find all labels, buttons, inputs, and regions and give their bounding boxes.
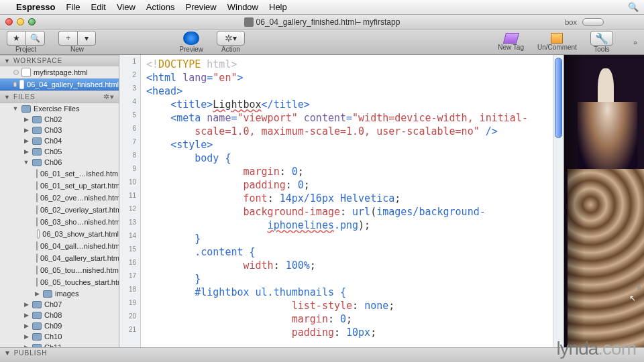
workspace-item[interactable]: myfirstpage.html	[0, 66, 119, 78]
document-proxy-icon[interactable]	[244, 17, 254, 27]
workspace-item[interactable]: 06_04_gallery_finished.html	[0, 78, 119, 90]
disclosure-triangle-icon[interactable]: ▶	[23, 301, 30, 308]
menu-help[interactable]: Help	[269, 2, 287, 12]
watermark-brand: lynda	[556, 338, 598, 359]
disclosure-triangle-icon[interactable]: ▼	[4, 94, 11, 101]
disclosure-triangle-icon[interactable]: ▶	[23, 127, 30, 133]
new-dropdown[interactable]: ▾	[77, 31, 96, 46]
menu-file[interactable]: File	[66, 2, 80, 12]
disclosure-triangle-icon[interactable]: ▶	[34, 290, 40, 297]
line-number: 11	[119, 192, 140, 205]
folder-item[interactable]: ▶Ch05	[0, 146, 119, 157]
disclosure-triangle-icon[interactable]: ▼	[12, 105, 19, 112]
scrollbar-thumb[interactable]	[555, 58, 562, 138]
disclosure-triangle-icon[interactable]: ▶	[23, 333, 30, 340]
code-line: margin: 0;	[146, 312, 547, 326]
line-number: 5	[119, 111, 140, 125]
file-item[interactable]: 06_05_tou…nished.html	[0, 264, 119, 276]
file-icon	[36, 193, 38, 202]
file-item[interactable]: 06_01_set_…ished.html	[0, 168, 119, 180]
disclosure-triangle-icon[interactable]: ▶	[23, 137, 30, 144]
window-close-button[interactable]	[5, 18, 13, 25]
folder-item[interactable]: ▶Ch08	[0, 310, 119, 320]
project-favorites-button[interactable]: ★	[7, 31, 25, 46]
line-number: 7	[119, 138, 140, 152]
spotlight-icon[interactable]: 🔍	[628, 2, 639, 12]
menu-window[interactable]: Window	[227, 2, 258, 12]
code-line: <!DOCTYPE html>	[146, 58, 547, 71]
line-number: 9	[119, 165, 140, 178]
folder-item[interactable]: ▶Ch11	[0, 342, 119, 347]
folder-item[interactable]: ▶Ch03	[0, 125, 119, 135]
menu-view[interactable]: View	[117, 2, 136, 12]
menu-preview[interactable]: Preview	[186, 2, 217, 12]
file-tree-container: ▼Exercise Files▶Ch02▶Ch03▶Ch04▶Ch05▼Ch06…	[0, 103, 119, 347]
folder-item[interactable]: ▶Ch09	[0, 320, 119, 331]
tree-item-label: Ch08	[44, 311, 62, 319]
window-titlebar: 06_04_gallery_finished.html – myfirstapp…	[0, 15, 644, 29]
vertical-scrollbar[interactable]	[553, 55, 564, 347]
menu-bar: Espresso File Edit View Actions Preview …	[0, 0, 644, 15]
window-title-filename: 06_04_gallery_finished.html	[256, 17, 356, 27]
code-line: <meta name="viewport" content="width=dev…	[146, 111, 547, 125]
folder-item[interactable]: ▶Ch07	[0, 299, 119, 310]
folder-icon	[21, 105, 31, 113]
disclosure-triangle-icon[interactable]: ▶	[23, 148, 30, 155]
disclosure-triangle-icon[interactable]: ▼	[4, 58, 11, 64]
code-line: <style>	[146, 138, 547, 152]
comment-icon[interactable]	[551, 33, 563, 44]
window-zoom-button[interactable]	[28, 18, 36, 25]
disclosure-triangle-icon[interactable]: ▶	[23, 344, 30, 347]
files-header[interactable]: ▼ FILES ✲▾	[0, 90, 119, 103]
toolbar-toggle-pill[interactable]	[582, 18, 604, 26]
folder-item[interactable]: ▶Ch04	[0, 135, 119, 146]
file-item[interactable]: 06_03_sho…nished.html	[0, 216, 119, 228]
window-minimize-button[interactable]	[17, 18, 24, 25]
line-number-gutter: 123456789101112131415161718192021	[119, 55, 141, 347]
folder-item[interactable]: ▶Ch02	[0, 114, 119, 125]
watermark: lynda.com	[556, 338, 636, 359]
file-item[interactable]: 06_05_touches_start.html	[0, 276, 119, 288]
file-item[interactable]: 06_02_ove…nished.html	[0, 192, 119, 204]
menu-actions[interactable]: Actions	[146, 2, 175, 12]
sidebar: ▼ WORKSPACE myfirstpage.html06_04_galler…	[0, 55, 119, 347]
disclosure-triangle-icon[interactable]: ▶	[23, 116, 30, 123]
workspace-header[interactable]: ▼ WORKSPACE	[0, 55, 119, 66]
code-line: padding: 0;	[146, 178, 547, 192]
disclosure-triangle-icon[interactable]: ▼	[4, 349, 11, 357]
disclosure-triangle-icon[interactable]: ▼	[23, 159, 30, 166]
overflow-chevron-icon[interactable]: »	[633, 38, 637, 46]
line-number: 16	[119, 259, 140, 272]
code-line: <head>	[146, 84, 547, 98]
app-menu[interactable]: Espresso	[16, 2, 56, 12]
files-settings-icon[interactable]: ✲▾	[103, 93, 115, 101]
tree-item-label: 06_02_ove…nished.html	[40, 194, 119, 202]
file-item[interactable]: 06_01_set_up_start.html	[0, 180, 119, 192]
tools-button[interactable]: 🔧	[590, 31, 613, 46]
cursor-icon: ↖	[629, 294, 636, 303]
disclosure-triangle-icon[interactable]: ▶	[23, 322, 30, 329]
eye-icon[interactable]	[183, 32, 199, 45]
file-icon	[36, 205, 38, 215]
file-item[interactable]: 06_02_overlay_start.html	[0, 204, 119, 216]
disclosure-triangle-icon[interactable]: ▶	[23, 312, 30, 318]
code-area[interactable]: <!DOCTYPE html><html lang="en"><head> <t…	[141, 55, 553, 347]
file-item[interactable]: 06_04_gallery_start.html	[0, 252, 119, 264]
menu-edit[interactable]: Edit	[91, 2, 106, 12]
project-search-button[interactable]: 🔍	[25, 31, 45, 46]
file-item[interactable]: 06_03_show_start.html	[0, 228, 119, 240]
main-area: ▼ WORKSPACE myfirstpage.html06_04_galler…	[0, 55, 644, 347]
action-button[interactable]: ✲ ▾	[217, 31, 245, 46]
folder-item[interactable]: ▼Exercise Files	[0, 103, 119, 114]
publish-header[interactable]: ▼ PUBLISH	[0, 347, 644, 362]
expand-chevron-icon[interactable]: »	[637, 283, 641, 292]
folder-item[interactable]: ▶Ch10	[0, 331, 119, 342]
tool-preview: Preview	[179, 32, 203, 53]
folder-item[interactable]: ▶images	[0, 288, 119, 299]
file-item[interactable]: 06_04_gall…nished.html	[0, 240, 119, 252]
line-number: 14	[119, 232, 140, 245]
new-button[interactable]: +	[58, 31, 77, 46]
tag-icon[interactable]	[502, 33, 519, 44]
tree-item-label: 06_03_show_start.html	[42, 230, 119, 238]
folder-item[interactable]: ▼Ch06	[0, 157, 119, 168]
